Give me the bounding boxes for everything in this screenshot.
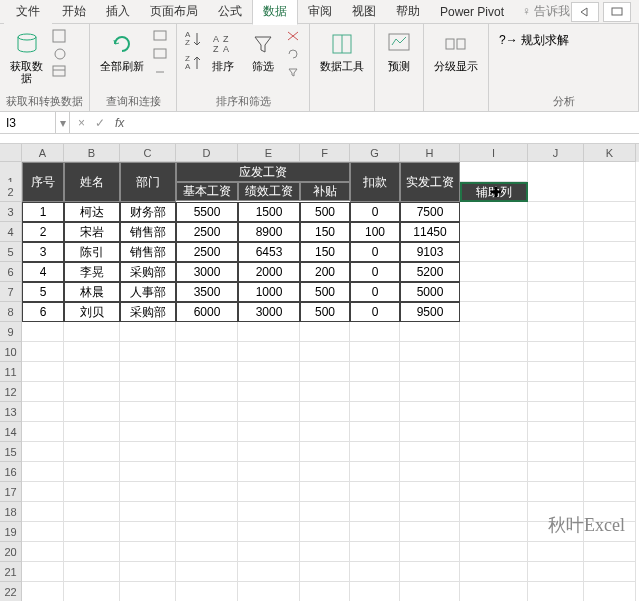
cell[interactable]: 500: [300, 202, 350, 222]
row-header[interactable]: 14: [0, 422, 22, 442]
cell[interactable]: [120, 402, 176, 422]
cell[interactable]: [64, 322, 120, 342]
formula-input[interactable]: [132, 112, 639, 133]
cell[interactable]: 500: [300, 282, 350, 302]
tab-file[interactable]: 文件: [4, 0, 52, 24]
edit-links-icon[interactable]: [152, 64, 170, 80]
cell[interactable]: [64, 382, 120, 402]
cell[interactable]: 2500: [176, 222, 238, 242]
from-text-icon[interactable]: [51, 28, 69, 44]
cell[interactable]: [238, 562, 300, 582]
cell[interactable]: [176, 342, 238, 362]
cell[interactable]: [584, 162, 636, 202]
cell[interactable]: [400, 542, 460, 562]
fx-icon[interactable]: fx: [115, 116, 124, 130]
cell[interactable]: 销售部: [120, 222, 176, 242]
cell[interactable]: [238, 442, 300, 462]
cell[interactable]: [528, 322, 584, 342]
cell[interactable]: [460, 442, 528, 462]
cell[interactable]: 1500: [238, 202, 300, 222]
cell[interactable]: [300, 482, 350, 502]
cell[interactable]: 扣款: [350, 162, 400, 202]
col-header[interactable]: F: [300, 144, 350, 162]
cell[interactable]: [350, 382, 400, 402]
cell[interactable]: 采购部: [120, 262, 176, 282]
cell[interactable]: [350, 362, 400, 382]
cell[interactable]: [460, 222, 528, 242]
row-header[interactable]: 18: [0, 502, 22, 522]
cell[interactable]: [238, 382, 300, 402]
reapply-icon[interactable]: [285, 46, 303, 62]
cell[interactable]: [350, 562, 400, 582]
get-data-button[interactable]: 获取数 据: [6, 28, 47, 86]
cell[interactable]: [400, 562, 460, 582]
cell[interactable]: 200: [300, 262, 350, 282]
cell[interactable]: [238, 342, 300, 362]
cell[interactable]: 11450: [400, 222, 460, 242]
cell[interactable]: 姓名: [64, 162, 120, 202]
cell[interactable]: 财务部: [120, 202, 176, 222]
cell[interactable]: [460, 582, 528, 601]
cell[interactable]: 柯达: [64, 202, 120, 222]
cell[interactable]: [528, 162, 584, 202]
cell[interactable]: [350, 422, 400, 442]
cell[interactable]: [176, 462, 238, 482]
row-header[interactable]: 20: [0, 542, 22, 562]
cell[interactable]: [460, 502, 528, 522]
cell[interactable]: [528, 302, 584, 322]
cell[interactable]: [300, 322, 350, 342]
cell[interactable]: [584, 242, 636, 262]
cell[interactable]: [176, 522, 238, 542]
cell[interactable]: [22, 342, 64, 362]
cell[interactable]: [528, 242, 584, 262]
spreadsheet-grid[interactable]: A B C D E F G H I J K 1序号姓名部门应发工资基本工资绩效工…: [0, 144, 639, 601]
cell[interactable]: [300, 342, 350, 362]
cell[interactable]: [460, 282, 528, 302]
cell[interactable]: [176, 482, 238, 502]
tab-view[interactable]: 视图: [342, 0, 386, 24]
cell[interactable]: [238, 522, 300, 542]
cell[interactable]: 3000: [238, 302, 300, 322]
cell[interactable]: [64, 342, 120, 362]
cell[interactable]: [460, 342, 528, 362]
cell[interactable]: [528, 482, 584, 502]
cell[interactable]: [528, 262, 584, 282]
cell[interactable]: [300, 382, 350, 402]
cell[interactable]: [300, 522, 350, 542]
from-table-icon[interactable]: [51, 64, 69, 80]
data-tools-button[interactable]: 数据工具: [316, 28, 368, 74]
cell[interactable]: 6453: [238, 242, 300, 262]
cell[interactable]: 销售部: [120, 242, 176, 262]
cell[interactable]: [64, 422, 120, 442]
col-header[interactable]: I: [460, 144, 528, 162]
properties-icon[interactable]: [152, 46, 170, 62]
row-header[interactable]: 4: [0, 222, 22, 242]
row-header[interactable]: 7: [0, 282, 22, 302]
col-header[interactable]: H: [400, 144, 460, 162]
cell[interactable]: [22, 562, 64, 582]
cell[interactable]: 0: [350, 202, 400, 222]
share-icon[interactable]: [571, 2, 599, 22]
cell[interactable]: [176, 542, 238, 562]
cell[interactable]: 9500: [400, 302, 460, 322]
cell[interactable]: 0: [350, 242, 400, 262]
cell[interactable]: [300, 582, 350, 601]
cell[interactable]: [22, 482, 64, 502]
cell[interactable]: 陈引: [64, 242, 120, 262]
cell[interactable]: [300, 502, 350, 522]
cell[interactable]: [120, 422, 176, 442]
cell[interactable]: [460, 302, 528, 322]
cell[interactable]: [460, 542, 528, 562]
cell[interactable]: [584, 482, 636, 502]
cell[interactable]: 部门: [120, 162, 176, 202]
tab-formulas[interactable]: 公式: [208, 0, 252, 24]
cell[interactable]: [64, 522, 120, 542]
cell[interactable]: [238, 462, 300, 482]
cell[interactable]: [238, 502, 300, 522]
col-header[interactable]: K: [584, 144, 636, 162]
cell[interactable]: [350, 342, 400, 362]
cell[interactable]: [120, 462, 176, 482]
cell[interactable]: 实发工资: [400, 162, 460, 202]
refresh-all-button[interactable]: 全部刷新: [96, 28, 148, 74]
cell[interactable]: 4: [22, 262, 64, 282]
